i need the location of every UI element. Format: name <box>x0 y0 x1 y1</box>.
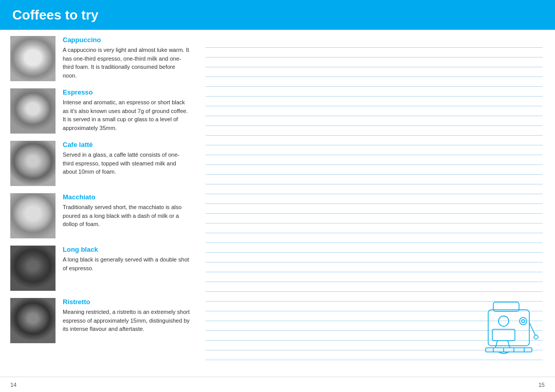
writing-line <box>206 184 543 194</box>
writing-line <box>206 145 543 155</box>
writing-line <box>206 155 543 165</box>
macchiato-name: Macchiato <box>63 193 190 201</box>
writing-line <box>206 253 543 263</box>
writing-line <box>206 214 543 223</box>
cappuccino-description: A cappuccino is very light and almost lu… <box>63 46 190 80</box>
writing-line <box>206 106 543 116</box>
espresso-image <box>10 88 55 134</box>
page-title: Coffees to try <box>12 7 99 23</box>
writing-line <box>206 58 543 67</box>
ristretto-image <box>10 298 55 343</box>
macchiato-image <box>10 193 55 238</box>
svg-point-6 <box>534 335 538 339</box>
left-page-number: 14 <box>10 382 16 388</box>
right-panel <box>200 36 555 377</box>
writing-line <box>206 175 543 184</box>
latte-name: Cafe latté <box>63 141 190 148</box>
right-page-number: 15 <box>539 382 545 388</box>
writing-line <box>206 272 543 282</box>
page-footer: 14 15 <box>0 377 555 392</box>
writing-line <box>206 97 543 106</box>
longblack-description: A long black is generally served with a … <box>63 255 190 272</box>
writing-line <box>206 243 543 253</box>
coffee-item-ristretto: RistrettoMeaning restricted, a ristretto… <box>10 298 190 343</box>
writing-line <box>206 282 543 292</box>
svg-point-8 <box>522 320 525 323</box>
latte-image <box>10 141 55 186</box>
writing-line <box>206 67 543 77</box>
cappuccino-name: Cappuccino <box>63 36 190 44</box>
writing-line <box>206 116 543 126</box>
svg-line-3 <box>495 341 497 348</box>
espresso-name: Espresso <box>63 88 190 96</box>
page-header: Coffees to try <box>0 0 555 30</box>
writing-line <box>206 136 543 145</box>
writing-line <box>206 204 543 214</box>
writing-line <box>206 194 543 204</box>
ristretto-name: Ristretto <box>63 298 190 306</box>
writing-line <box>206 48 543 58</box>
macchiato-description: Traditionally served short, the macchiat… <box>63 203 190 229</box>
coffee-item-longblack: Long blackA long black is generally serv… <box>10 246 190 291</box>
writing-line <box>206 38 543 48</box>
svg-rect-10 <box>486 348 532 352</box>
writing-line <box>206 87 543 97</box>
coffee-item-espresso: EspressoIntense and aromatic, an espress… <box>10 88 190 134</box>
espresso-machine-icon <box>478 294 545 361</box>
writing-line <box>206 77 543 87</box>
coffee-item-cappuccino: CappuccinoA cappuccino is very light and… <box>10 36 190 81</box>
svg-line-4 <box>508 341 510 348</box>
espresso-description: Intense and aromatic, an espresso or sho… <box>63 98 190 132</box>
svg-point-9 <box>498 316 509 326</box>
svg-point-7 <box>520 318 527 325</box>
coffee-item-macchiato: MacchiatoTraditionally served short, the… <box>10 193 190 238</box>
writing-line <box>206 223 543 233</box>
left-panel: CappuccinoA cappuccino is very light and… <box>0 36 200 377</box>
writing-line <box>206 126 543 136</box>
writing-line <box>206 263 543 272</box>
latte-description: Served in a glass, a caffe latté consist… <box>63 151 190 176</box>
svg-line-5 <box>529 323 535 335</box>
coffee-item-latte: Cafe lattéServed in a glass, a caffe lat… <box>10 141 190 186</box>
writing-line <box>206 233 543 243</box>
ristretto-description: Meaning restricted, a ristretto is an ex… <box>63 308 190 333</box>
svg-rect-2 <box>492 329 515 341</box>
writing-line <box>206 165 543 175</box>
longblack-name: Long black <box>63 246 190 253</box>
page-body: CappuccinoA cappuccino is very light and… <box>0 30 555 377</box>
cappuccino-image <box>10 36 55 81</box>
longblack-image <box>10 246 55 291</box>
